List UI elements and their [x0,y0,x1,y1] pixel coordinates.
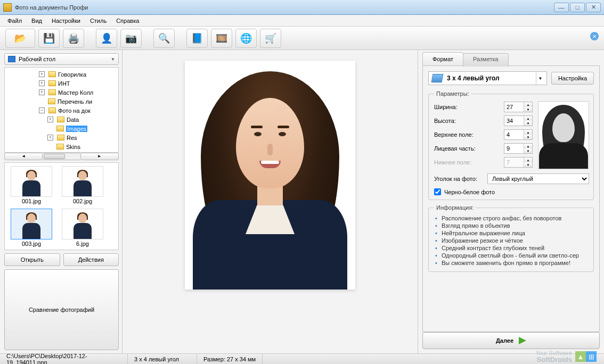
tree-row[interactable]: +Мастер Колл [5,88,118,97]
format-select[interactable]: 3 x 4 левый угол ▼ [428,71,547,85]
param-label: Нижнее поле: [434,159,504,166]
tree-hscroll[interactable]: ◄ ► [4,153,119,160]
globe-icon: 🌐 [240,32,252,44]
tb-open-button[interactable]: 📂 [5,29,35,48]
param-input[interactable] [504,130,524,139]
params-fieldset: Параметры: Ширина:▲▼Высота:▲▼Верхнее пол… [428,90,594,200]
scroll-left-button[interactable]: ◄ [4,153,43,160]
tree-label: Говорилка [58,71,86,78]
format-name: 3 x 4 левый угол [447,75,500,82]
tree-label: Фото на док [58,107,91,114]
tb-user-button[interactable]: 👤 [96,29,117,48]
menu-file[interactable]: Файл [3,16,26,25]
scroll-thumb[interactable] [44,154,65,159]
info-item: Средний контраст без глубоких теней [435,245,589,251]
tb-save-button[interactable]: 💾 [38,29,60,48]
status-size: Размер: 27 x 34 мм [197,354,263,364]
param-spinner[interactable]: ▲▼ [504,143,533,154]
param-input[interactable] [504,144,524,153]
folder-icon [48,71,56,77]
format-settings-button[interactable]: Настройка [551,72,594,85]
thumbnail[interactable]: 6.jpg [59,209,106,247]
format-icon [431,74,444,82]
tb-tune-button[interactable]: 🔍 [153,29,175,48]
info-fieldset: Информация: Расположение строго анфас, б… [428,204,594,272]
actions-button[interactable]: Действия [63,253,119,266]
status-format: 3 x 4 левый угол [128,354,197,364]
thumbnail[interactable]: 001.jpg [8,166,55,204]
tb-cart-button[interactable]: 🛒 [260,29,281,48]
camera-icon: 📷 [125,32,137,44]
tree-expander[interactable]: − [39,107,45,113]
tb-video-button[interactable]: 🎞️ [211,29,232,48]
folder-icon [57,135,64,140]
info-item: Нейтральное выражение лица [435,230,589,236]
gear-icon: 🔍 [158,32,170,44]
tree-row[interactable]: +ИНТ [5,79,118,88]
param-spinner[interactable]: ▲▼ [504,115,533,126]
menu-style[interactable]: Стиль [86,16,111,25]
param-spinner[interactable]: ▲▼ [504,129,533,140]
open-button[interactable]: Открыть [4,253,60,266]
tb-print-button[interactable]: 🖨️ [63,29,84,48]
chevron-down-icon: ▼ [536,72,544,85]
save-icon: 💾 [43,32,55,44]
tree-row[interactable]: Skins [5,142,118,151]
param-input[interactable] [504,116,524,126]
folder-tree[interactable]: +Говорилка+ИНТ+Мастер КоллПеречень ли−Фо… [4,67,119,153]
left-panel: Рабочий стол ▼ +Говорилка+ИНТ+Мастер Кол… [0,50,123,353]
tree-expander[interactable]: + [47,135,53,140]
param-label: Ширина: [434,104,504,110]
tree-row[interactable]: +Data [5,115,118,124]
param-label: Лицевая часть: [434,145,504,152]
menu-help[interactable]: Справка [112,16,143,25]
info-item: Взгляд прямо в объектив [435,222,589,229]
toolbar-close-hint[interactable]: ✕ [590,32,599,40]
params-legend: Параметры: [434,90,471,97]
thumbnail[interactable]: 002.jpg [59,166,106,204]
arrow-right-icon [519,337,526,344]
tree-expander[interactable]: + [47,117,53,122]
param-input[interactable] [504,102,524,112]
location-label: Рабочий стол [19,56,55,62]
desktop-icon [8,56,15,62]
main-photo[interactable] [185,61,355,289]
maximize-button[interactable]: □ [570,3,585,12]
tree-row[interactable]: Перечень ли [5,97,118,106]
bw-checkbox[interactable] [434,188,441,195]
close-button[interactable]: ✕ [586,3,601,12]
location-combo[interactable]: Рабочий стол ▼ [4,53,119,65]
tree-row[interactable]: +Говорилка [5,70,118,79]
menubar: Файл Вид Настройки Стиль Справка [0,15,604,27]
tree-row[interactable]: +Res [5,133,118,142]
user-icon: 👤 [101,32,112,44]
tree-expander[interactable]: + [39,80,45,86]
tb-help-button[interactable]: 📘 [186,29,208,48]
tab-layout[interactable]: Разметка [463,53,509,67]
titlebar: Фото на документы Профи — □ ✕ [0,0,604,15]
tb-globe-button[interactable]: 🌐 [235,29,257,48]
tree-label: Data [67,117,79,123]
folder-icon [56,126,64,131]
compare-button[interactable]: Сравнение фотографий [4,269,119,351]
next-button[interactable]: Далее [422,332,600,349]
menu-view[interactable]: Вид [27,16,46,25]
tree-row[interactable]: Images [5,124,118,133]
tabs: Формат Разметка [422,52,600,65]
corner-select[interactable]: Левый круглый [487,173,589,184]
tree-expander[interactable]: + [39,71,45,77]
folder-icon [48,98,55,104]
tab-format[interactable]: Формат [422,52,463,65]
thumbnail-caption: 002.jpg [59,198,106,204]
menu-settings[interactable]: Настройки [47,16,85,25]
scroll-right-button[interactable]: ► [80,153,119,160]
tree-expander[interactable]: + [39,89,45,95]
minimize-button[interactable]: — [554,3,569,12]
tree-label: Res [67,135,77,141]
thumbnail[interactable]: 003.jpg [8,209,55,247]
app-icon [3,3,12,12]
tb-camera-button[interactable]: 📷 [120,29,142,48]
param-spinner[interactable]: ▲▼ [504,102,533,112]
param-input [504,158,524,167]
tree-row[interactable]: −Фото на док [5,106,118,115]
